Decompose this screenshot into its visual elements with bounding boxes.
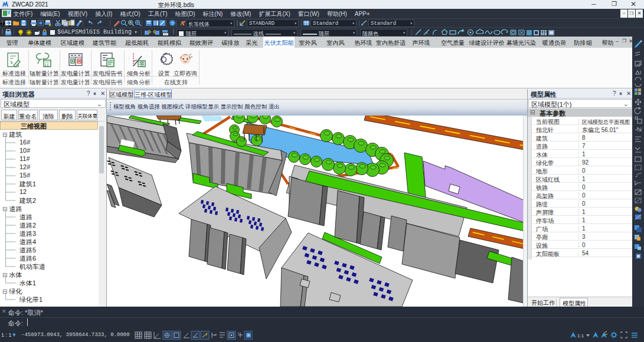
svg-text:1:1: 1:1 [577, 333, 584, 338]
svg-text:?: ? [171, 21, 174, 26]
